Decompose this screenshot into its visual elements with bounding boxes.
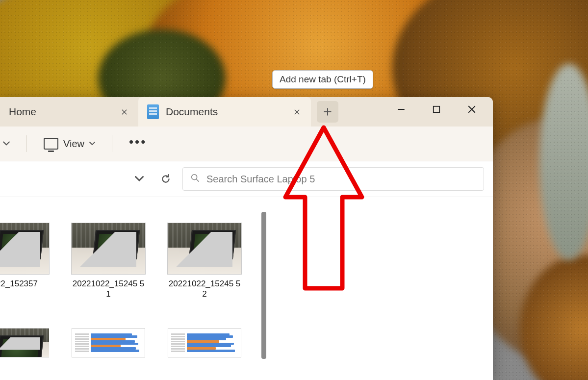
file-name: 1022_152357 bbox=[0, 279, 38, 289]
tab-home[interactable]: Home bbox=[0, 97, 138, 127]
tab-documents[interactable]: Documents bbox=[138, 97, 311, 127]
monitor-icon bbox=[44, 138, 58, 150]
svg-point-1 bbox=[192, 174, 197, 179]
file-item[interactable]: 20221022_15245 5 1 bbox=[72, 223, 145, 300]
titlebar: Home Documents bbox=[0, 97, 493, 127]
file-list-pane[interactable]: 1022_152357 20221022_15245 5 1 20221022_… bbox=[0, 197, 493, 380]
minimize-button[interactable] bbox=[392, 100, 410, 119]
file-grid: 1022_152357 20221022_15245 5 1 20221022_… bbox=[0, 223, 275, 300]
file-item[interactable]: 1022_152357 bbox=[0, 223, 49, 300]
thumbnail bbox=[167, 223, 242, 275]
vertical-scrollbar[interactable] bbox=[261, 212, 266, 359]
tab-label: Home bbox=[9, 106, 36, 118]
tab-documents-close-button[interactable] bbox=[289, 104, 304, 119]
search-input[interactable]: Search Surface Laptop 5 bbox=[182, 167, 484, 191]
document-icon bbox=[147, 104, 159, 119]
file-item[interactable] bbox=[168, 328, 241, 357]
thumbnail bbox=[0, 223, 50, 275]
divider bbox=[26, 135, 27, 152]
search-placeholder: Search Surface Laptop 5 bbox=[206, 174, 315, 185]
file-name: 20221022_15245 5 2 bbox=[168, 279, 241, 300]
thumbnail bbox=[168, 328, 241, 357]
window-controls bbox=[383, 97, 490, 122]
divider bbox=[112, 135, 112, 152]
svg-rect-0 bbox=[434, 106, 439, 112]
command-bar: View ••• bbox=[0, 127, 493, 161]
file-explorer-window: Home Documents bbox=[0, 97, 493, 380]
file-name: 20221022_15245 5 1 bbox=[72, 279, 145, 300]
more-icon: ••• bbox=[129, 142, 147, 146]
address-bar-row: Search Surface Laptop 5 bbox=[0, 161, 493, 197]
thumbnail bbox=[0, 328, 49, 357]
sort-chevron-icon[interactable] bbox=[2, 141, 11, 146]
refresh-button[interactable] bbox=[156, 169, 176, 189]
tab-label: Documents bbox=[166, 106, 218, 118]
file-item[interactable]: 20221022_15245 5 2 bbox=[168, 223, 241, 300]
new-tab-tooltip: Add new tab (Ctrl+T) bbox=[272, 70, 373, 89]
close-window-button[interactable] bbox=[462, 100, 481, 119]
new-tab-button[interactable] bbox=[317, 101, 338, 123]
file-item[interactable] bbox=[72, 328, 145, 357]
file-grid bbox=[0, 328, 275, 357]
view-label: View bbox=[63, 138, 84, 150]
see-more-button[interactable]: ••• bbox=[124, 139, 152, 149]
recent-locations-button[interactable] bbox=[129, 169, 149, 189]
maximize-button[interactable] bbox=[427, 100, 446, 119]
search-icon bbox=[191, 174, 200, 185]
chevron-down-icon bbox=[89, 142, 95, 146]
file-item[interactable] bbox=[0, 328, 49, 357]
thumbnail bbox=[71, 223, 146, 275]
thumbnail bbox=[72, 328, 145, 357]
view-menu-button[interactable]: View bbox=[39, 135, 100, 152]
tab-home-close-button[interactable] bbox=[117, 104, 131, 119]
